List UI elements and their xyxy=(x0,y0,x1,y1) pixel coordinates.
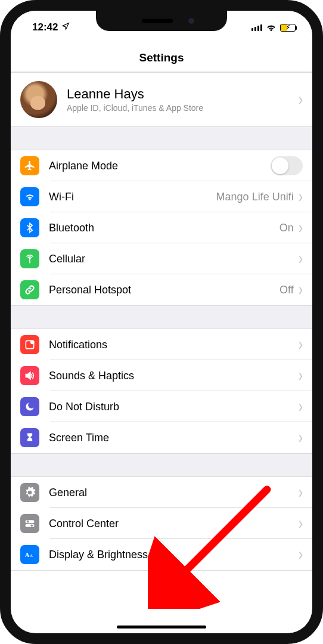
row-label: Control Center xyxy=(49,518,119,530)
chevron-right-icon: › xyxy=(299,484,303,501)
bluetooth-icon xyxy=(20,218,39,237)
chevron-right-icon: › xyxy=(299,429,303,447)
antenna-icon xyxy=(20,249,39,268)
row-label: Wi-Fi xyxy=(49,191,74,203)
svg-rect-2 xyxy=(26,520,35,523)
svg-text:A: A xyxy=(30,553,33,558)
row-label: Notifications xyxy=(49,339,107,351)
svg-point-5 xyxy=(31,525,33,527)
svg-point-1 xyxy=(30,340,35,345)
do-not-disturb-row[interactable]: Do Not Disturb › xyxy=(11,391,312,422)
svg-rect-3 xyxy=(26,524,35,527)
chevron-right-icon: › xyxy=(299,367,303,385)
chevron-right-icon: › xyxy=(299,250,303,268)
chevron-right-icon: › xyxy=(299,546,303,564)
notch xyxy=(96,11,227,31)
airplane-mode-row[interactable]: Airplane Mode xyxy=(11,150,312,181)
apple-id-row[interactable]: Leanne Hays Apple ID, iCloud, iTunes & A… xyxy=(11,73,312,126)
wifi-row[interactable]: Wi-Fi Mango Life Unifi › xyxy=(11,181,312,212)
chevron-right-icon: › xyxy=(299,188,303,206)
profile-subtitle: Apple ID, iCloud, iTunes & App Store xyxy=(67,103,203,113)
row-value: Mango Life Unifi xyxy=(216,191,294,203)
bluetooth-row[interactable]: Bluetooth On › xyxy=(11,212,312,243)
wifi-icon xyxy=(20,187,39,206)
gear-icon xyxy=(20,483,39,502)
profile-name: Leanne Hays xyxy=(67,86,203,102)
screen-time-row[interactable]: Screen Time › xyxy=(11,422,312,453)
airplane-mode-toggle[interactable] xyxy=(271,156,303,175)
cellular-row[interactable]: Cellular › xyxy=(11,243,312,274)
chevron-right-icon: › xyxy=(299,336,303,354)
chevron-right-icon: › xyxy=(299,515,303,532)
wifi-icon xyxy=(266,23,277,32)
chevron-right-icon: › xyxy=(299,281,303,299)
control-center-row[interactable]: Control Center › xyxy=(11,508,312,539)
row-label: Sounds & Haptics xyxy=(49,370,134,382)
row-label: Screen Time xyxy=(49,432,109,444)
switches-icon xyxy=(20,514,39,533)
battery-icon: ⚡︎ xyxy=(280,24,296,32)
sounds-haptics-row[interactable]: Sounds & Haptics › xyxy=(11,360,312,391)
row-label: Bluetooth xyxy=(49,222,94,234)
row-value: On xyxy=(279,222,294,234)
display-aa-icon: AA xyxy=(20,545,39,564)
moon-icon xyxy=(20,397,39,416)
display-brightness-row[interactable]: AA Display & Brightness › xyxy=(11,539,312,570)
general-row[interactable]: General › xyxy=(11,477,312,508)
status-time: 12:42 xyxy=(32,21,58,33)
chevron-right-icon: › xyxy=(299,398,303,416)
avatar xyxy=(20,81,57,118)
row-label: Cellular xyxy=(49,253,85,265)
speaker-icon xyxy=(20,366,39,385)
location-icon xyxy=(61,21,70,33)
page-title: Settings xyxy=(11,38,312,72)
link-icon xyxy=(20,280,39,299)
row-value: Off xyxy=(279,284,294,296)
chevron-right-icon: › xyxy=(299,91,303,109)
chevron-right-icon: › xyxy=(299,219,303,237)
cellular-signal-icon xyxy=(251,24,262,31)
airplane-icon xyxy=(20,156,39,175)
personal-hotspot-row[interactable]: Personal Hotspot Off › xyxy=(11,274,312,305)
svg-point-4 xyxy=(27,521,29,523)
notifications-icon xyxy=(20,335,39,354)
notifications-row[interactable]: Notifications › xyxy=(11,329,312,360)
hourglass-icon xyxy=(20,428,39,447)
row-label: General xyxy=(49,487,87,499)
row-label: Personal Hotspot xyxy=(49,284,131,296)
row-label: Display & Brightness xyxy=(49,549,148,561)
svg-text:A: A xyxy=(25,552,30,558)
home-indicator[interactable] xyxy=(117,626,206,628)
row-label: Airplane Mode xyxy=(49,160,118,172)
row-label: Do Not Disturb xyxy=(49,401,119,413)
